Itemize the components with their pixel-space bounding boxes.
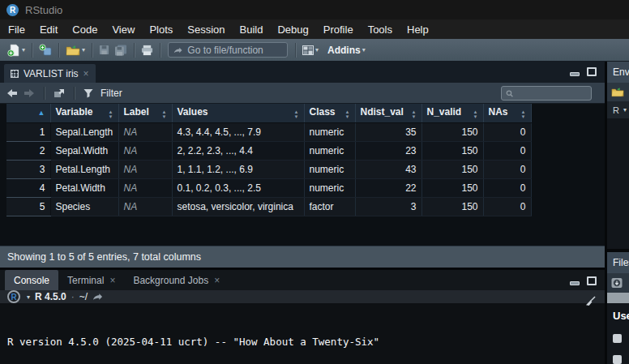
column-header-ndist-val[interactable]: Ndist_val [355, 104, 421, 122]
close-icon[interactable]: × [214, 276, 220, 285]
nas-cell: 0 [483, 178, 531, 197]
table-row[interactable]: 3 Petal.Length NA 1, 1.1, 1.2, ..., 6.9 … [6, 160, 531, 178]
goto-arrow-icon [173, 46, 182, 54]
save-all-button[interactable] [112, 41, 130, 59]
menu-plots[interactable]: Plots [142, 24, 180, 36]
table-status-bar: Showing 1 to 5 of 5 entries, 7 total col… [0, 246, 605, 268]
console-header-row: R ▾ R 4.5.0 ~/ [0, 290, 605, 303]
column-label: Label [124, 106, 149, 118]
menu-edit[interactable]: Edit [32, 24, 65, 36]
console-output[interactable]: R version 4.5.0 (2025-04-11 ucrt) -- "Ho… [0, 303, 605, 364]
filter-label[interactable]: Filter [101, 88, 122, 99]
menu-file[interactable]: File [1, 24, 32, 36]
save-button[interactable] [96, 41, 112, 59]
values-cell: 0.1, 0.2, 0.3, ..., 2.5 [172, 178, 304, 197]
varlist-table-area: Variable Label Values Class Ndist_val N_… [0, 104, 605, 246]
forward-icon[interactable] [24, 88, 35, 98]
maximize-pane-icon[interactable] [587, 276, 597, 285]
goto-file-box[interactable] [168, 42, 288, 58]
table-row[interactable]: 5 Species NA setosa, versicolor, virgini… [6, 197, 531, 216]
tab-console[interactable]: Console [5, 270, 58, 290]
panes-layout-button[interactable]: ▾ [300, 41, 321, 59]
table-row[interactable]: 1 Sepal.Length NA 4.3, 4.4, 4.5, ..., 7.… [6, 122, 531, 141]
goto-file-input[interactable] [187, 45, 282, 56]
panes-grid-icon [302, 45, 314, 55]
r-selector-label: R [613, 105, 619, 115]
minimize-pane-icon[interactable] [570, 72, 580, 76]
menu-tools[interactable]: Tools [361, 24, 400, 36]
addins-button[interactable]: Addins [327, 45, 361, 56]
working-directory[interactable]: ~/ [79, 291, 88, 302]
toolbar-separator [160, 43, 160, 58]
column-header-class[interactable]: Class [304, 104, 355, 122]
toolbar-separator [32, 43, 32, 58]
column-header-values[interactable]: Values [172, 104, 304, 122]
tab-environment[interactable]: Environment [613, 66, 629, 78]
environment-pane-header: Environment [607, 62, 629, 83]
console-line: R version 4.5.0 (2025-04-11 ucrt) -- "Ho… [7, 335, 597, 349]
environment-source-selector[interactable]: R ▾ [607, 101, 629, 118]
column-header-nas[interactable]: NAs [483, 104, 531, 122]
column-label: Variable [56, 106, 93, 118]
table-row[interactable]: 4 Petal.Width NA 0.1, 0.2, 0.3, ..., 2.5… [6, 178, 531, 197]
column-label: NAs [489, 106, 508, 118]
menu-help[interactable]: Help [400, 24, 436, 36]
tab-background-jobs[interactable]: Background Jobs × [124, 270, 229, 290]
clear-console-button[interactable] [584, 295, 597, 310]
label-cell: NA [118, 178, 172, 197]
goto-directory-icon[interactable] [92, 293, 103, 301]
open-file-button[interactable]: ▾ [63, 41, 88, 59]
menu-view[interactable]: View [105, 24, 142, 36]
row-number-header[interactable] [6, 104, 50, 122]
app-title: RStudio [25, 4, 62, 16]
chevron-down-icon: ▾ [22, 46, 25, 54]
menu-code[interactable]: Code [65, 24, 105, 36]
column-header-variable[interactable]: Variable [50, 104, 118, 122]
open-folder-icon [66, 45, 80, 56]
row-number-cell: 5 [6, 197, 50, 216]
table-search-box[interactable] [501, 86, 592, 101]
values-cell: 2, 2.2, 2.3, ..., 4.4 [172, 141, 304, 160]
package-checkbox[interactable] [613, 355, 622, 364]
variable-cell: Species [50, 197, 118, 216]
save-icon [99, 45, 109, 55]
close-icon[interactable]: × [83, 70, 89, 78]
table-search-input[interactable] [517, 88, 587, 98]
minimize-pane-icon[interactable] [570, 281, 580, 285]
print-button[interactable] [139, 41, 156, 59]
class-cell: factor [304, 197, 355, 216]
new-project-button[interactable] [36, 41, 54, 59]
popout-window-icon[interactable] [53, 88, 65, 98]
main-toolbar: ▾ ▾ [0, 39, 629, 62]
tab-varlist-iris[interactable]: VARLIST iris × [4, 64, 96, 83]
menu-build[interactable]: Build [233, 24, 271, 36]
menu-session[interactable]: Session [180, 24, 232, 36]
menu-debug[interactable]: Debug [270, 24, 315, 36]
column-header-n-valid[interactable]: N_valid [421, 104, 483, 122]
install-packages-icon[interactable] [611, 277, 623, 289]
ndist-val-cell: 22 [355, 178, 421, 197]
broom-icon [584, 296, 597, 306]
pane-window-buttons [570, 276, 597, 285]
r-version-icon[interactable]: R [7, 290, 20, 303]
back-icon[interactable] [6, 88, 18, 98]
ndist-val-cell: 23 [355, 141, 421, 160]
n-valid-cell: 150 [421, 141, 483, 160]
tab-files[interactable]: Files [613, 257, 629, 268]
viewer-toolbar: Filter [0, 83, 605, 104]
maximize-pane-icon[interactable] [587, 67, 597, 76]
menu-profile[interactable]: Profile [316, 24, 361, 36]
class-cell: numeric [304, 178, 355, 197]
column-label: N_valid [427, 106, 462, 118]
filter-icon[interactable] [83, 88, 93, 98]
column-header-label[interactable]: Label [118, 104, 172, 122]
package-checkbox[interactable] [613, 334, 622, 343]
load-workspace-icon[interactable] [611, 87, 624, 97]
sort-icon [521, 109, 526, 119]
table-row[interactable]: 2 Sepal.Width NA 2, 2.2, 2.3, ..., 4.4 n… [6, 141, 531, 160]
chevron-down-icon[interactable]: ▾ [27, 293, 30, 301]
tab-terminal[interactable]: Terminal × [58, 270, 124, 290]
new-file-button[interactable]: ▾ [5, 41, 28, 59]
console-pane: Console Terminal × Background Jobs × [0, 268, 605, 362]
close-icon[interactable]: × [109, 276, 115, 285]
